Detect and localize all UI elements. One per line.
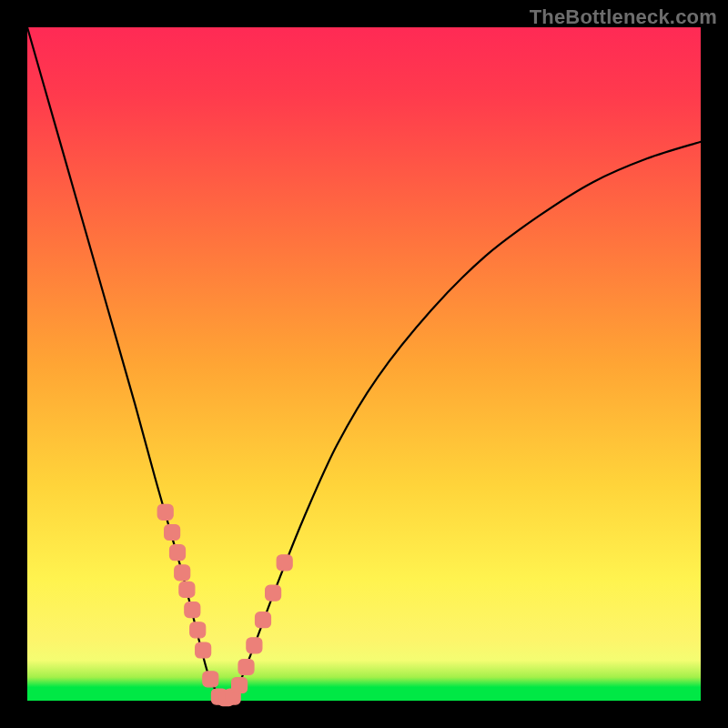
curve-marker xyxy=(266,585,281,601)
curve-marker xyxy=(277,555,292,571)
chart-plot-area xyxy=(27,27,701,701)
stage: TheBottleneck.com xyxy=(0,0,728,728)
curve-marker xyxy=(203,672,218,687)
curve-marker xyxy=(157,504,173,520)
marker-group xyxy=(157,504,292,705)
curve-marker xyxy=(185,602,200,618)
curve-marker xyxy=(232,677,248,693)
curve-marker xyxy=(247,638,262,653)
curve-marker xyxy=(179,581,195,597)
curve-marker xyxy=(238,660,254,675)
bottleneck-curve xyxy=(27,27,701,700)
curve-marker xyxy=(170,545,186,561)
curve-marker xyxy=(165,525,180,541)
curve-marker xyxy=(256,612,271,628)
curve-marker xyxy=(190,622,206,638)
chart-svg xyxy=(27,27,701,701)
curve-marker xyxy=(196,642,211,658)
curve-marker xyxy=(175,565,190,581)
watermark-text: TheBottleneck.com xyxy=(530,5,717,29)
